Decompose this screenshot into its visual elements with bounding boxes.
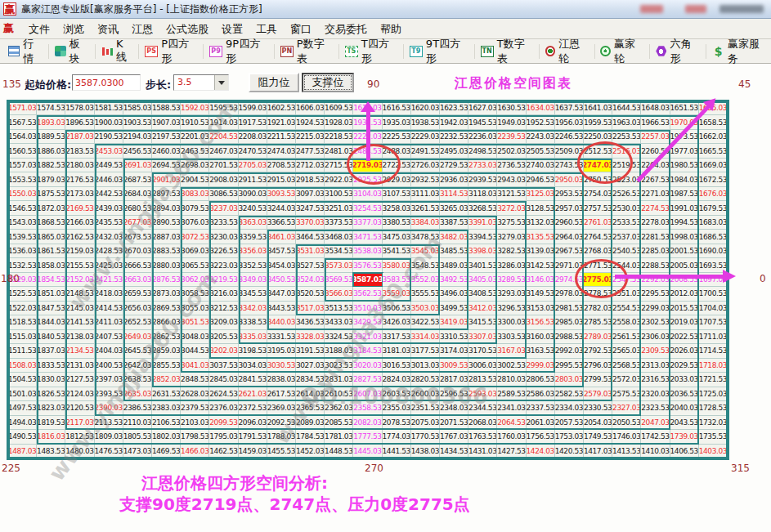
grid-cell-r22c2: 2117.03 [65,416,94,430]
toolbar-separator [203,44,204,59]
toolbar-button-3[interactable]: PSP四方形 [141,35,200,68]
analysis-detail: 支撑90度2719点、2747点、压力0度2775点 [119,494,470,516]
grid-cell-r17c17: 3167.03 [497,344,526,358]
toolbar-button-7[interactable]: T99T四方形 [406,35,472,68]
grid-cell-r4c21: 2519.53 [612,159,641,172]
grid-cell-r19c21: 2572.03 [612,373,641,387]
grid-cell-r21c0: 1497.53 [8,401,37,415]
grid-cell-r5c9: 2915.03 [267,172,296,186]
grid-cell-r5c17: 2943.03 [497,172,526,186]
grid-cell-r1c7: 1914.03 [209,115,238,129]
toolbar-button-10[interactable]: 赢家轮 [597,35,647,68]
grid-cell-r18c15: 3009.53 [440,359,468,373]
grid-cell-r6c1: 1875.53 [37,187,65,201]
toolbar-button-1[interactable]: 板块 [52,35,92,68]
grid-cell-r3c12: 2484.53 [353,144,382,158]
grid-cell-r8c22: 2278.03 [641,216,670,230]
step-dropdown[interactable]: 3.5 [173,74,229,91]
grid-cell-r8c9: 3366.53 [267,216,296,230]
gann-square-grid: 1571.031574.531578.031581.531585.031588.… [7,100,729,460]
grid-cell-r1c23: 1970.03 [670,115,699,129]
grid-cell-r9c0: 1539.53 [8,230,37,244]
grid-cell-r1c18: 1952.53 [527,115,555,129]
grid-cell-r8c7: 3233.53 [209,216,238,230]
grid-cell-r13c22: 2295.53 [641,287,670,301]
grid-cell-r7c17: 3272.03 [497,201,526,215]
grid-cell-r6c9: 3093.53 [267,187,296,201]
grid-cell-r7c3: 2439.03 [95,201,123,215]
grid-cell-r12c8: 3349.03 [239,273,267,287]
grid-cell-r23c22: 1742.53 [641,430,670,444]
grid-cell-r11c10: 3527.53 [296,258,325,272]
grid-cell-r1c16: 1945.53 [468,115,497,129]
toolbar-button-5[interactable]: PNP数字表 [277,35,336,68]
grid-cell-r14c7: 3212.53 [209,302,238,315]
grid-cell-r10c20: 2768.03 [584,244,612,258]
toolbar-button-12[interactable]: $赢家服务 [709,35,771,68]
grid-cell-r14c14: 3503.03 [411,302,440,315]
grid-cell-r20c17: 2589.53 [497,387,526,401]
toolbar-label-10: 赢家轮 [614,37,643,66]
grid-cell-r21c5: 2383.03 [152,401,181,415]
grid-cell-r1c13: 1935.03 [383,115,411,129]
grid-cell-r2c3: 2190.53 [95,130,123,144]
grid-cell-r3c3: 2453.03 [95,144,123,158]
grid-cell-r11c6: 3065.53 [181,258,209,272]
grid-cell-r10c24: 1690.03 [699,244,728,258]
toolbar-button-4[interactable]: P99P四方形 [206,35,271,68]
grid-cell-r3c0: 1560.53 [8,144,37,158]
grid-cell-r16c18: 3160.03 [527,330,555,344]
grid-cell-r20c23: 2036.53 [670,387,699,401]
grid-cell-r15c21: 2558.03 [612,315,641,329]
grid-cell-r6c16: 3118.03 [468,187,497,201]
grid-cell-r19c9: 2838.03 [267,373,296,387]
grid-cell-r14c2: 2145.03 [65,302,94,315]
grid-cell-r2c14: 2229.03 [411,130,440,144]
grid-cell-r4c1: 1882.53 [37,159,65,172]
grid-cell-r8c20: 2761.03 [584,216,612,230]
grid-cell-r21c21: 2327.03 [612,401,641,415]
grid-cell-r9c21: 2537.03 [612,230,641,244]
grid-cell-r8c4: 2677.03 [123,216,152,230]
toolbar-button-9[interactable]: 江恩轮 [542,35,592,68]
toolbar-button-6[interactable]: TST四方形 [342,35,401,68]
grid-cell-r9c12: 3471.53 [353,230,382,244]
grid-cell-r4c19: 2743.53 [555,159,584,172]
grid-cell-r13c19: 2978.03 [555,287,584,301]
grid-cell-r8c10: 3370.03 [296,216,325,230]
grid-cell-r18c2: 2131.03 [65,359,94,373]
toolbar-label-4: 9P四方形 [226,37,268,66]
grid-cell-r23c3: 1809.03 [95,430,123,444]
toolbar-label-9: 江恩轮 [558,37,588,66]
grid-cell-r24c7: 1462.53 [209,445,238,458]
grid-cell-r14c19: 2981.53 [555,302,584,315]
start-price-input[interactable] [72,74,141,91]
grid-cell-r6c13: 3107.53 [383,187,411,201]
toolbar-button-2[interactable]: K线 [98,36,136,66]
resistance-button[interactable]: 阻力位 [249,73,299,92]
grid-cell-r22c21: 2050.53 [612,416,641,430]
support-button[interactable]: 支撑位 [302,73,354,92]
chevron-down-icon[interactable] [214,75,228,90]
grid-cell-r4c23: 1980.53 [670,159,699,172]
grid-cell-r14c16: 3412.03 [468,302,497,315]
titlebar-redacted-item [640,5,663,13]
grid-cell-r5c18: 2946.53 [527,172,555,186]
grid-cell-r5c1: 1879.03 [37,172,65,186]
angle-label-315: 315 [731,463,750,474]
angle-label-270: 270 [365,463,383,474]
grid-cell-r23c10: 1784.53 [296,430,325,444]
grid-cell-r7c9: 3244.03 [267,201,296,215]
grid-cell-r0c4: 1585.03 [123,101,152,115]
grid-cell-r3c13: 2488.03 [383,144,411,158]
toolbar-button-8[interactable]: TNT数字表 [477,35,536,68]
grid-cell-r22c20: 2054.03 [584,416,612,430]
grid-cell-r3c19: 2509.03 [555,144,584,158]
grid-cell-r18c14: 3013.03 [411,359,440,373]
grid-cell-r23c1: 1816.03 [37,430,65,444]
grid-cell-r0c1: 1574.53 [37,101,65,115]
gann-wheel-icon [545,46,555,56]
toolbar-button-0[interactable]: 行情 [5,35,46,68]
grid-cell-r19c6: 2848.53 [181,373,209,387]
toolbar-button-11[interactable]: 六角形 [652,35,703,68]
